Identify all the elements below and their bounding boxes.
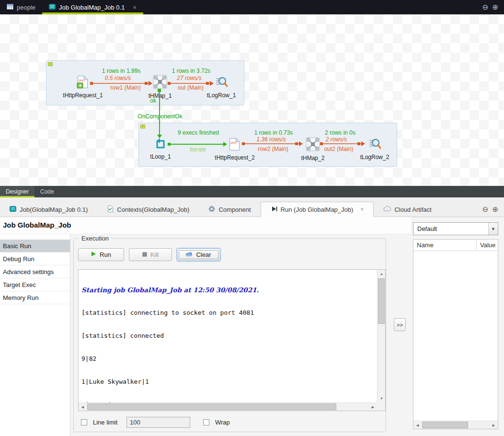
tab-people-label: people: [17, 4, 35, 11]
run-button[interactable]: Run: [78, 248, 124, 261]
page-title: Job GlobalMap_Job: [3, 221, 71, 229]
editor-window-controls: ⊖ ⊕: [482, 0, 504, 14]
column-header-name[interactable]: Name: [413, 240, 477, 251]
svg-text:2015: 2015: [230, 141, 237, 144]
sidebar-item-debug-run[interactable]: Debug Run: [0, 252, 70, 265]
run-button-label: Run: [100, 251, 111, 258]
play-icon: [91, 251, 96, 258]
console-vertical-scrollbar[interactable]: ▲ ▼: [377, 270, 385, 402]
trigger-oncomponentok-label[interactable]: OnComponentOk: [126, 113, 194, 120]
tab-job-label: Job GlobalMap_Job 0.1: [59, 4, 125, 11]
sidebar-item-basic-run[interactable]: Basic Run: [0, 240, 70, 252]
scroll-right-icon[interactable]: ▶: [490, 421, 498, 429]
component-label: tLogRow_2: [360, 154, 389, 161]
table-horizontal-scrollbar[interactable]: ◀ ▶: [413, 421, 498, 429]
tab-designer[interactable]: Designer: [0, 186, 34, 197]
component-label: tHMap_2: [301, 155, 325, 161]
job-design-canvas[interactable]: − − 2015 tHttpRequest_1: [0, 14, 504, 186]
execution-console[interactable]: Starting job GlobalMap_Job at 12:50 30/0…: [78, 269, 386, 411]
scroll-down-icon[interactable]: ▼: [378, 394, 386, 402]
job-icon: [49, 3, 56, 11]
horizontal-scroll-thumb[interactable]: [422, 422, 468, 428]
console-line: 1|Luke Skywalker|1: [81, 378, 374, 386]
scroll-left-icon[interactable]: ◀: [79, 403, 87, 411]
close-tab-icon[interactable]: ×: [360, 206, 364, 213]
sidebar-item-memory-run[interactable]: Memory Run: [0, 291, 70, 304]
line-limit-input[interactable]: [126, 417, 190, 428]
gear-icon: [208, 206, 215, 214]
tab-code[interactable]: Code: [34, 186, 60, 197]
close-tab-icon[interactable]: ×: [133, 4, 137, 11]
table-header-row: Name Value: [413, 240, 498, 251]
link-row2-stats: 1 rows in 0.73s: [240, 129, 307, 136]
tab-job-globalmap[interactable]: Job GlobalMap_Job 0.1 ×: [42, 0, 143, 14]
context-variables-table: Name Value ◀ ▶: [413, 239, 498, 429]
tab-component-label: Component: [218, 206, 251, 213]
link-row1-rate: 0.5 rows/s: [84, 75, 151, 81]
trigger-ok-label: ok: [123, 97, 156, 104]
tab-job-view[interactable]: Job(GlobalMap_Job 0.1): [0, 202, 97, 217]
tab-run-label: Run (Job GlobalMap_Job): [281, 206, 354, 213]
scrollbar-corner: [377, 402, 385, 411]
stop-icon: [142, 251, 147, 258]
link-row2-label[interactable]: row2 (Main): [240, 146, 307, 152]
kill-button[interactable]: Kill: [129, 248, 172, 261]
table-icon: [7, 3, 13, 11]
link-out2-stats: 2 rows in 0s: [307, 129, 374, 136]
clear-button[interactable]: Clear: [177, 248, 220, 261]
vertical-scroll-thumb[interactable]: [378, 278, 385, 324]
scroll-right-icon[interactable]: ▶: [369, 403, 377, 411]
line-limit-checkbox[interactable]: [81, 419, 87, 425]
editor-tab-bar: people Job GlobalMap_Job 0.1 × ⊖ ⊕: [0, 0, 504, 14]
link-out2-rate: 2 rows/s: [303, 136, 370, 143]
tab-contexts[interactable]: Contexts(GlobalMap_Job): [97, 202, 199, 217]
job-icon: [10, 206, 16, 214]
tab-run[interactable]: Run (Job GlobalMap_Job) ×: [261, 202, 374, 217]
collapse-subjob1-icon[interactable]: −: [48, 62, 53, 66]
tab-cloud-artifact-label: Cloud Artifact: [394, 206, 431, 213]
console-line: [statistics] connecting to socket on por…: [81, 309, 374, 317]
expand-context-panel-button[interactable]: >>: [394, 318, 406, 331]
iterate-label[interactable]: Iterate: [164, 146, 231, 153]
link-out-label[interactable]: out (Main): [157, 84, 224, 91]
link-row1-label[interactable]: row1 (Main): [92, 84, 159, 91]
maximize-icon[interactable]: ⊕: [492, 3, 498, 11]
view-window-controls: ⊖ ⊕: [482, 205, 504, 217]
component-label: tLogRow_1: [207, 92, 236, 99]
wrap-checkbox[interactable]: [203, 419, 209, 425]
tab-job-view-label: Job(GlobalMap_Job 0.1): [20, 206, 88, 213]
cloud-icon: [383, 206, 391, 213]
minimize-icon[interactable]: ⊖: [482, 205, 489, 214]
column-header-value[interactable]: Value: [477, 240, 498, 251]
designer-code-bar: Designer Code: [0, 186, 504, 197]
clear-button-label: Clear: [196, 251, 211, 258]
tab-cloud-artifact[interactable]: Cloud Artifact: [374, 202, 441, 217]
scroll-up-icon[interactable]: ▲: [378, 270, 386, 278]
view-tab-bar: Job(GlobalMap_Job 0.1) Contexts(GlobalMa…: [0, 197, 504, 217]
scroll-left-icon[interactable]: ◀: [413, 421, 422, 429]
console-line: 9|82: [81, 355, 374, 363]
maximize-icon[interactable]: ⊕: [492, 205, 498, 214]
minimize-icon[interactable]: ⊖: [482, 3, 489, 11]
collapse-subjob2-icon[interactable]: −: [140, 125, 145, 128]
tab-code-label: Code: [40, 188, 54, 195]
link-out-stats: 1 rows in 3.72s: [158, 68, 225, 74]
tab-people[interactable]: people: [0, 0, 42, 14]
tab-designer-label: Designer: [6, 188, 29, 195]
console-line: [statistics] connected: [81, 332, 374, 340]
wrap-label: Wrap: [215, 419, 230, 426]
context-select[interactable]: Default ▼: [413, 222, 498, 235]
horizontal-scroll-thumb[interactable]: [87, 403, 336, 410]
run-icon: [271, 206, 277, 214]
link-out2-label[interactable]: out2 (Main): [305, 146, 372, 152]
console-horizontal-scrollbar[interactable]: ◀ ▶: [79, 402, 377, 411]
iterate-stats: 9 execs finished: [165, 129, 232, 136]
line-limit-label: Line limit: [93, 419, 117, 426]
sidebar-item-advanced-settings[interactable]: Advanced settings: [0, 265, 70, 278]
component-label: tLoop_1: [150, 153, 171, 160]
sidebar-item-target-exec[interactable]: Target Exec: [0, 278, 70, 291]
execution-legend: Execution: [79, 235, 111, 242]
link-row2-rate: 1.36 rows/s: [238, 136, 305, 143]
chevron-down-icon[interactable]: ▼: [488, 223, 498, 235]
tab-component[interactable]: Component: [199, 202, 260, 217]
